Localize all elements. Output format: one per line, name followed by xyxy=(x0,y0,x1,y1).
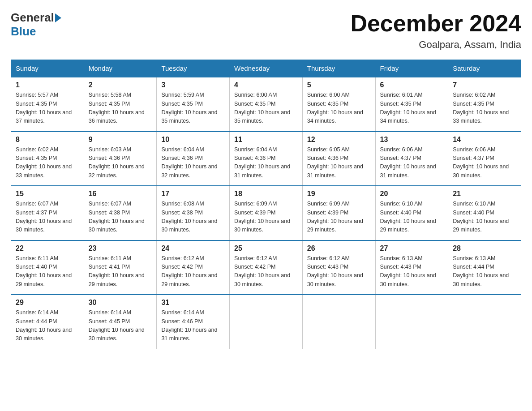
day-number: 4 xyxy=(234,81,298,89)
calendar-cell: 29Sunrise: 6:14 AMSunset: 4:44 PMDayligh… xyxy=(11,295,84,349)
day-info: Sunrise: 6:12 AMSunset: 4:42 PMDaylight:… xyxy=(234,254,298,289)
day-info: Sunrise: 6:09 AMSunset: 4:39 PMDaylight:… xyxy=(234,200,298,235)
header-tuesday: Tuesday xyxy=(157,60,230,77)
day-info: Sunrise: 6:05 AMSunset: 4:36 PMDaylight:… xyxy=(307,146,371,180)
day-number: 1 xyxy=(16,81,79,89)
calendar-cell: 27Sunrise: 6:13 AMSunset: 4:43 PMDayligh… xyxy=(375,240,448,295)
calendar-cell: 12Sunrise: 6:05 AMSunset: 4:36 PMDayligh… xyxy=(302,132,375,186)
day-number: 2 xyxy=(89,81,152,89)
calendar-cell: 30Sunrise: 6:14 AMSunset: 4:45 PMDayligh… xyxy=(84,295,157,349)
day-number: 27 xyxy=(380,244,444,253)
day-number: 8 xyxy=(16,136,79,144)
week-row-5: 29Sunrise: 6:14 AMSunset: 4:44 PMDayligh… xyxy=(11,295,521,349)
calendar-table: Sunday Monday Tuesday Wednesday Thursday… xyxy=(11,60,521,349)
day-number: 28 xyxy=(453,244,516,253)
day-info: Sunrise: 6:11 AMSunset: 4:41 PMDaylight:… xyxy=(89,254,152,289)
day-info: Sunrise: 6:12 AMSunset: 4:42 PMDaylight:… xyxy=(161,254,225,289)
day-info: Sunrise: 6:14 AMSunset: 4:44 PMDaylight:… xyxy=(16,308,79,343)
week-row-3: 15Sunrise: 6:07 AMSunset: 4:37 PMDayligh… xyxy=(11,186,521,240)
header-saturday: Saturday xyxy=(448,60,521,77)
calendar-cell: 8Sunrise: 6:02 AMSunset: 4:35 PMDaylight… xyxy=(11,132,84,186)
calendar-cell: 22Sunrise: 6:11 AMSunset: 4:40 PMDayligh… xyxy=(11,240,84,295)
day-info: Sunrise: 6:11 AMSunset: 4:40 PMDaylight:… xyxy=(16,254,79,289)
day-info: Sunrise: 6:09 AMSunset: 4:39 PMDaylight:… xyxy=(307,200,371,235)
calendar-cell: 6Sunrise: 6:01 AMSunset: 4:35 PMDaylight… xyxy=(375,77,448,132)
day-info: Sunrise: 6:06 AMSunset: 4:37 PMDaylight:… xyxy=(380,146,444,180)
day-number: 23 xyxy=(89,244,152,253)
day-number: 6 xyxy=(380,81,444,89)
calendar-cell: 11Sunrise: 6:04 AMSunset: 4:36 PMDayligh… xyxy=(230,132,303,186)
day-number: 19 xyxy=(307,190,371,198)
day-number: 31 xyxy=(161,299,225,307)
day-number: 29 xyxy=(16,299,79,307)
calendar-cell xyxy=(448,295,521,349)
day-number: 15 xyxy=(16,190,79,198)
calendar-cell: 24Sunrise: 6:12 AMSunset: 4:42 PMDayligh… xyxy=(157,240,230,295)
day-number: 30 xyxy=(89,299,152,307)
day-info: Sunrise: 6:14 AMSunset: 4:45 PMDaylight:… xyxy=(89,308,152,343)
calendar-cell: 20Sunrise: 6:10 AMSunset: 4:40 PMDayligh… xyxy=(375,186,448,240)
days-of-week-row: Sunday Monday Tuesday Wednesday Thursday… xyxy=(11,60,521,77)
calendar-cell: 14Sunrise: 6:06 AMSunset: 4:37 PMDayligh… xyxy=(448,132,521,186)
calendar-cell: 28Sunrise: 6:13 AMSunset: 4:44 PMDayligh… xyxy=(448,240,521,295)
calendar-cell xyxy=(230,295,303,349)
logo-blue-text: Blue xyxy=(11,25,36,38)
page-header: General Blue December 2024 Goalpara, Ass… xyxy=(11,11,521,51)
day-number: 16 xyxy=(89,190,152,198)
week-row-2: 8Sunrise: 6:02 AMSunset: 4:35 PMDaylight… xyxy=(11,132,521,186)
day-number: 13 xyxy=(380,136,444,144)
day-info: Sunrise: 6:03 AMSunset: 4:36 PMDaylight:… xyxy=(89,146,152,180)
day-info: Sunrise: 5:58 AMSunset: 4:35 PMDaylight:… xyxy=(89,91,152,126)
day-number: 11 xyxy=(234,136,298,144)
day-number: 21 xyxy=(453,190,516,198)
calendar-cell: 13Sunrise: 6:06 AMSunset: 4:37 PMDayligh… xyxy=(375,132,448,186)
header-friday: Friday xyxy=(375,60,448,77)
day-info: Sunrise: 6:10 AMSunset: 4:40 PMDaylight:… xyxy=(453,200,516,235)
day-info: Sunrise: 5:59 AMSunset: 4:35 PMDaylight:… xyxy=(161,91,225,126)
calendar-cell: 10Sunrise: 6:04 AMSunset: 4:36 PMDayligh… xyxy=(157,132,230,186)
day-number: 9 xyxy=(89,136,152,144)
week-row-4: 22Sunrise: 6:11 AMSunset: 4:40 PMDayligh… xyxy=(11,240,521,295)
logo-arrow-icon xyxy=(55,13,61,22)
day-info: Sunrise: 6:02 AMSunset: 4:35 PMDaylight:… xyxy=(453,91,516,126)
day-number: 7 xyxy=(453,81,516,89)
day-info: Sunrise: 6:08 AMSunset: 4:38 PMDaylight:… xyxy=(161,200,225,235)
header-monday: Monday xyxy=(84,60,157,77)
day-number: 3 xyxy=(161,81,225,89)
calendar-cell xyxy=(375,295,448,349)
day-number: 20 xyxy=(380,190,444,198)
day-info: Sunrise: 6:01 AMSunset: 4:35 PMDaylight:… xyxy=(380,91,444,126)
calendar-cell: 23Sunrise: 6:11 AMSunset: 4:41 PMDayligh… xyxy=(84,240,157,295)
calendar-cell xyxy=(302,295,375,349)
calendar-cell: 1Sunrise: 5:57 AMSunset: 4:35 PMDaylight… xyxy=(11,77,84,132)
calendar-cell: 19Sunrise: 6:09 AMSunset: 4:39 PMDayligh… xyxy=(302,186,375,240)
day-info: Sunrise: 6:13 AMSunset: 4:44 PMDaylight:… xyxy=(453,254,516,289)
day-number: 14 xyxy=(453,136,516,144)
calendar-cell: 31Sunrise: 6:14 AMSunset: 4:46 PMDayligh… xyxy=(157,295,230,349)
day-info: Sunrise: 6:07 AMSunset: 4:38 PMDaylight:… xyxy=(89,200,152,235)
day-info: Sunrise: 6:04 AMSunset: 4:36 PMDaylight:… xyxy=(234,146,298,180)
day-number: 5 xyxy=(307,81,371,89)
calendar-cell: 9Sunrise: 6:03 AMSunset: 4:36 PMDaylight… xyxy=(84,132,157,186)
calendar-cell: 26Sunrise: 6:12 AMSunset: 4:43 PMDayligh… xyxy=(302,240,375,295)
calendar-cell: 2Sunrise: 5:58 AMSunset: 4:35 PMDaylight… xyxy=(84,77,157,132)
day-number: 25 xyxy=(234,244,298,253)
calendar-cell: 18Sunrise: 6:09 AMSunset: 4:39 PMDayligh… xyxy=(230,186,303,240)
day-info: Sunrise: 5:57 AMSunset: 4:35 PMDaylight:… xyxy=(16,91,79,126)
calendar-cell: 15Sunrise: 6:07 AMSunset: 4:37 PMDayligh… xyxy=(11,186,84,240)
day-info: Sunrise: 6:10 AMSunset: 4:40 PMDaylight:… xyxy=(380,200,444,235)
day-info: Sunrise: 6:12 AMSunset: 4:43 PMDaylight:… xyxy=(307,254,371,289)
day-info: Sunrise: 6:14 AMSunset: 4:46 PMDaylight:… xyxy=(161,308,225,343)
title-block: December 2024 Goalpara, Assam, India xyxy=(350,11,521,51)
day-info: Sunrise: 6:00 AMSunset: 4:35 PMDaylight:… xyxy=(234,91,298,126)
logo: General Blue xyxy=(11,11,62,39)
day-number: 12 xyxy=(307,136,371,144)
month-title: December 2024 xyxy=(350,11,521,36)
header-thursday: Thursday xyxy=(302,60,375,77)
calendar-cell: 5Sunrise: 6:00 AMSunset: 4:35 PMDaylight… xyxy=(302,77,375,132)
calendar-cell: 4Sunrise: 6:00 AMSunset: 4:35 PMDaylight… xyxy=(230,77,303,132)
day-number: 22 xyxy=(16,244,79,253)
day-info: Sunrise: 6:00 AMSunset: 4:35 PMDaylight:… xyxy=(307,91,371,126)
week-row-1: 1Sunrise: 5:57 AMSunset: 4:35 PMDaylight… xyxy=(11,77,521,132)
day-info: Sunrise: 6:13 AMSunset: 4:43 PMDaylight:… xyxy=(380,254,444,289)
